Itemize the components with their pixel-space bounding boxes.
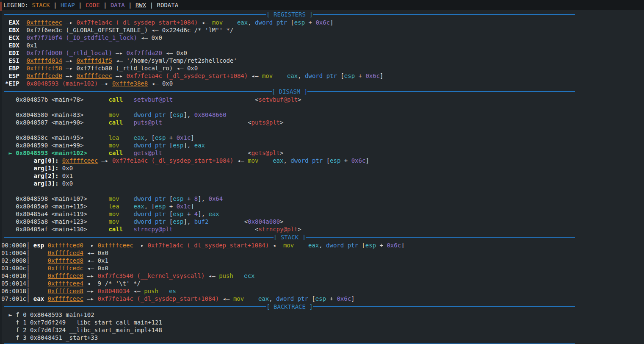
text-segment: DATA xyxy=(111,2,125,8)
text-segment: 0xffffcee0 xyxy=(48,272,83,279)
text-segment xyxy=(119,211,134,217)
stack-line: 05:0014│ 0xffffcee4 ◂— 9 /* '\t' */ xyxy=(0,280,644,287)
text-segment: 05:0014│ xyxy=(1,280,48,287)
stack-section: 00:0000│ esp 0xffffced0 —▸ 0xffffceec —▸… xyxy=(0,241,644,302)
scrollbar-thumb[interactable] xyxy=(0,2,2,11)
text-segment: ◂— 0x0 xyxy=(83,250,108,256)
text-segment: arg[2]: xyxy=(5,172,62,179)
text-segment: call xyxy=(108,150,123,156)
text-segment: 0x8048590 <main+99> xyxy=(5,142,108,149)
registers-line: ESP 0xffffced0 —▸ 0xffffceec —▸ 0xf7fe1a… xyxy=(0,72,644,80)
text-segment: *EIP xyxy=(5,80,27,87)
text-segment: 0x0 xyxy=(62,180,73,187)
text-segment: 0xf7fe1a4c (_dl_sysdep_start+1084) xyxy=(112,157,234,164)
text-segment: esp xyxy=(173,195,183,202)
text-segment: | xyxy=(100,2,111,8)
text-segment: + xyxy=(340,157,351,164)
text-segment: ◂— xyxy=(130,288,144,294)
text-segment: + xyxy=(166,134,176,141)
divider-line xyxy=(307,91,575,92)
divider-line xyxy=(313,306,575,307)
text-segment: 0xffffced0 xyxy=(27,72,62,79)
text-segment xyxy=(87,150,109,156)
backtrace-section: ► f 0 0x8048593 main+102 f 1 0xf7d6f249 … xyxy=(0,311,644,341)
stack-line: 03:000c│ 0xffffcedc ◂— 0x0 xyxy=(0,264,644,272)
text-segment: —▸ xyxy=(98,80,112,87)
text-segment: < xyxy=(162,119,252,126)
registers-line: EDX 0x1 xyxy=(0,42,644,49)
text-segment: esp xyxy=(365,242,376,249)
text-segment: mov xyxy=(233,295,244,302)
text-segment: 0xffffceec xyxy=(48,295,83,302)
registers-line: *EIP 0x8048593 (main+102) —▸ 0xfffe38e8 … xyxy=(0,80,644,87)
text-segment: esp xyxy=(344,72,355,79)
text-segment: 0x6c xyxy=(387,242,401,249)
text-segment: 0xf7fe1a4c (_dl_sysdep_start+1084) xyxy=(77,19,198,26)
text-segment: ◂— 0x0 xyxy=(148,80,173,87)
text-segment: 0xffffcedc xyxy=(48,265,83,272)
text-segment: , xyxy=(298,72,305,79)
text-segment: 0xffffceec xyxy=(77,72,112,79)
text-segment: mov xyxy=(108,142,119,149)
text-segment: dword ptr xyxy=(290,157,323,164)
text-segment: [ xyxy=(358,242,365,249)
text-segment: arg[0]: xyxy=(5,157,62,164)
text-segment: 0x8048598 <main+107> xyxy=(5,195,108,202)
text-segment xyxy=(119,218,134,225)
text-segment: dword ptr xyxy=(133,218,166,225)
text-segment: | xyxy=(50,2,61,8)
disasm-line: arg[3]: 0x0 xyxy=(0,180,644,187)
text-segment: —▸ xyxy=(83,288,98,294)
text-segment xyxy=(158,288,169,294)
text-segment: 04:0010│ xyxy=(1,272,48,279)
text-segment: esp xyxy=(173,142,183,149)
text-segment: ] xyxy=(191,203,194,210)
text-segment: 0xf7fc3540 (__kernel_vsyscall) xyxy=(98,272,205,279)
text-segment: 0x8048587 <main+90> xyxy=(5,119,108,126)
text-segment: puts@plt xyxy=(252,119,280,126)
text-segment: eax xyxy=(33,295,48,302)
text-segment xyxy=(119,111,134,118)
legend-line: LEGEND: STACK | HEAP | CODE | DATA | RWX… xyxy=(3,1,178,9)
text-segment: strncpy@plt xyxy=(258,226,298,233)
text-segment xyxy=(123,226,133,233)
backtrace-line: f 2 0xf7d6f324 __libc_start_main_impl+14… xyxy=(0,326,644,334)
text-segment xyxy=(123,119,133,126)
text-segment: , xyxy=(269,295,276,302)
text-segment: 0xffffd1f5 xyxy=(77,57,112,64)
disasm-line: ► 0x8048593 <main+102> call gets@plt <ge… xyxy=(0,149,644,157)
disasm-line xyxy=(0,103,644,111)
text-segment: esp xyxy=(330,157,340,164)
text-segment: esp xyxy=(173,211,183,217)
legend-bar: LEGEND: STACK | HEAP | CODE | DATA | RWX… xyxy=(0,0,644,10)
text-segment: , xyxy=(248,19,255,26)
text-segment: 0xffffceec xyxy=(98,242,133,249)
text-segment: mov xyxy=(108,218,119,225)
disasm-line: 0x8048580 <main+83> mov dword ptr [esp],… xyxy=(0,111,644,119)
text-segment: > xyxy=(280,119,283,126)
text-segment: 0xffffced8 xyxy=(48,257,83,264)
disasm-line xyxy=(0,187,644,195)
text-segment: + xyxy=(355,72,365,79)
text-segment: 0x804857b <main+78> xyxy=(5,96,108,103)
text-segment: 0x1 xyxy=(62,172,73,179)
divider-line xyxy=(313,14,575,15)
stack-line: 07:001c│ eax 0xffffceec —▸ 0xf7fe1a4c (_… xyxy=(0,295,644,302)
text-segment: EDX xyxy=(5,42,27,49)
text-segment xyxy=(119,195,134,202)
left-scrollbar[interactable] xyxy=(0,0,2,344)
text-segment: f 2 0xf7d6f324 __libc_start_main_impl+14… xyxy=(5,327,162,333)
bottom-divider xyxy=(4,343,575,344)
text-segment: 0xf7fe1a4c (_dl_sysdep_start+1084) xyxy=(98,295,219,302)
registers-line: ECX 0xf7f710f4 (_IO_stdfile_1_lock) ◂— 0… xyxy=(0,34,644,42)
text-segment: puts@plt xyxy=(133,119,162,126)
text-segment: 0x8048034 xyxy=(98,288,130,294)
stack-line: 02:0008│ 0xffffced8 ◂— 0x1 xyxy=(0,257,644,264)
text-segment: [ xyxy=(287,19,294,26)
disasm-line: 0x804857b <main+78> call setvbuf@plt <se… xyxy=(0,96,644,103)
text-segment: , xyxy=(283,157,290,164)
text-segment: eax xyxy=(308,242,319,249)
text-segment: —▸ xyxy=(112,50,127,56)
text-segment: EBP xyxy=(5,65,27,72)
text-segment: —▸ xyxy=(62,19,77,26)
